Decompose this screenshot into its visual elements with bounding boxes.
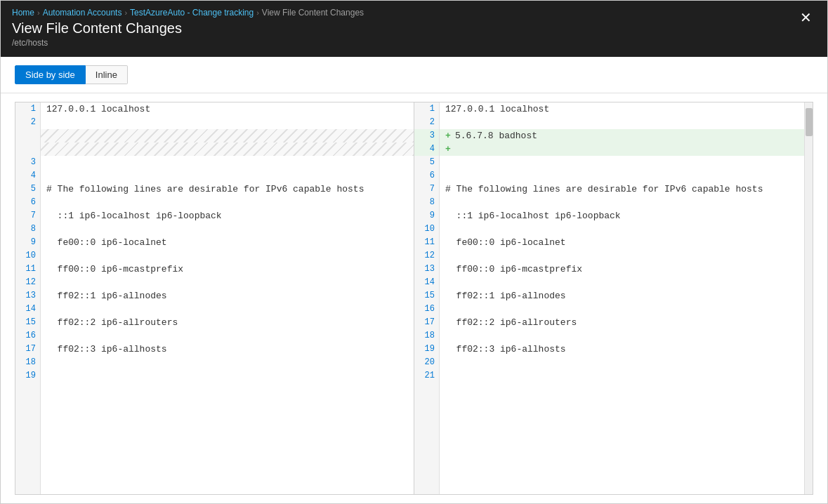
line-number: 17 xyxy=(15,343,40,356)
diff-line xyxy=(41,196,414,209)
line-number: 9 xyxy=(15,236,40,249)
line-number: 5 xyxy=(15,183,40,196)
diff-line: +5.6.7.8 badhost xyxy=(440,129,804,142)
diff-line xyxy=(41,249,414,263)
close-button[interactable]: ✕ xyxy=(796,9,816,26)
line-number: 17 xyxy=(414,316,439,329)
line-number: 1 xyxy=(414,102,439,116)
diff-line: ff02::3 ip6-allhosts xyxy=(41,343,414,356)
diff-line: # The following lines are desirable for … xyxy=(41,183,414,196)
toolbar: Side by side Inline xyxy=(1,57,827,93)
line-number: 2 xyxy=(15,116,40,129)
tab-inline[interactable]: Inline xyxy=(86,65,128,84)
diff-line xyxy=(41,156,414,169)
line-number: 14 xyxy=(414,276,439,289)
line-number: 8 xyxy=(414,196,439,209)
diff-line: ::1 ip6-localhost ip6-loopback xyxy=(440,209,804,223)
line-number: 14 xyxy=(15,303,40,316)
diff-line xyxy=(440,223,804,236)
line-number: 10 xyxy=(15,249,40,263)
diff-line xyxy=(41,276,414,289)
diff-line xyxy=(440,196,804,209)
line-number: 2 xyxy=(414,116,439,129)
diff-line xyxy=(440,329,804,343)
diff-line xyxy=(41,356,414,369)
diff-line: + xyxy=(440,142,804,156)
line-number: 6 xyxy=(414,169,439,183)
diff-line xyxy=(440,369,804,383)
scrollbar-thumb[interactable] xyxy=(806,108,813,136)
line-number: 4 xyxy=(414,142,439,156)
diff-line xyxy=(440,303,804,316)
line-number: 19 xyxy=(15,369,40,383)
diff-line xyxy=(41,129,414,142)
line-number: 9 xyxy=(414,209,439,223)
diff-line: 127.0.0.1 localhost xyxy=(440,102,804,116)
line-number: 15 xyxy=(414,289,439,303)
breadcrumb-sep-1: › xyxy=(37,8,40,17)
diff-line xyxy=(440,116,804,129)
diff-line: ff02::2 ip6-allrouters xyxy=(440,316,804,329)
line-number: 15 xyxy=(15,316,40,329)
line-number: 13 xyxy=(15,289,40,303)
breadcrumb: Home › Automation Accounts › TestAzureAu… xyxy=(12,1,816,20)
line-number: 18 xyxy=(414,329,439,343)
line-number: 7 xyxy=(414,183,439,196)
line-number: 20 xyxy=(414,356,439,369)
diff-line: 127.0.0.1 localhost xyxy=(41,102,414,116)
right-content-area: 127.0.0.1 localhost +5.6.7.8 badhost+ # … xyxy=(440,102,804,494)
diff-line xyxy=(440,249,804,263)
line-number: 12 xyxy=(15,276,40,289)
diff-container: 12 345678910111213141516171819 127.0.0.1… xyxy=(1,93,827,503)
line-number: 11 xyxy=(15,263,40,276)
diff-line xyxy=(41,369,414,383)
diff-line: ff02::1 ip6-allnodes xyxy=(41,289,414,303)
line-number: 16 xyxy=(15,329,40,343)
diff-line: ::1 ip6-localhost ip6-loopback xyxy=(41,209,414,223)
diff-line xyxy=(440,356,804,369)
line-number xyxy=(15,142,40,156)
line-number: 8 xyxy=(15,223,40,236)
modal-overlay: Home › Automation Accounts › TestAzureAu… xyxy=(0,0,828,504)
diff-line xyxy=(41,223,414,236)
diff-pane-right: 123456789101112131415161718192021 127.0.… xyxy=(414,102,813,495)
diff-line xyxy=(41,142,414,156)
breadcrumb-current: View File Content Changes xyxy=(262,8,364,18)
diff-line: fe00::0 ip6-localnet xyxy=(41,236,414,249)
diff-line xyxy=(41,303,414,316)
page-title: View File Content Changes xyxy=(12,20,816,37)
line-number: 7 xyxy=(15,209,40,223)
line-number: 5 xyxy=(414,156,439,169)
line-number: 21 xyxy=(414,369,439,383)
breadcrumb-automation-accounts[interactable]: Automation Accounts xyxy=(43,8,122,18)
diff-line: ff02::3 ip6-allhosts xyxy=(440,343,804,356)
page-subtitle: /etc/hosts xyxy=(12,38,816,48)
line-number: 19 xyxy=(414,343,439,356)
line-number: 10 xyxy=(414,223,439,236)
diff-line: # The following lines are desirable for … xyxy=(440,183,804,196)
modal-header: Home › Automation Accounts › TestAzureAu… xyxy=(1,1,827,57)
line-number: 3 xyxy=(15,156,40,169)
diff-line: fe00::0 ip6-localnet xyxy=(440,236,804,249)
scrollbar[interactable] xyxy=(804,102,813,494)
diff-line xyxy=(440,276,804,289)
line-number: 16 xyxy=(414,303,439,316)
tab-side-by-side[interactable]: Side by side xyxy=(15,65,86,84)
breadcrumb-sep-3: › xyxy=(256,8,259,17)
diff-pane-left: 12 345678910111213141516171819 127.0.0.1… xyxy=(15,102,414,495)
breadcrumb-home[interactable]: Home xyxy=(12,8,34,18)
breadcrumb-change-tracking[interactable]: TestAzureAuto - Change tracking xyxy=(130,8,254,18)
diff-line xyxy=(41,116,414,129)
diff-line xyxy=(41,169,414,183)
right-line-numbers: 123456789101112131415161718192021 xyxy=(414,102,440,494)
breadcrumb-sep-2: › xyxy=(124,8,127,17)
line-number: 18 xyxy=(15,356,40,369)
diff-line xyxy=(440,156,804,169)
line-number: 4 xyxy=(15,169,40,183)
line-number xyxy=(15,129,40,142)
diff-line: ff00::0 ip6-mcastprefix xyxy=(41,263,414,276)
line-number: 3 xyxy=(414,129,439,142)
line-prefix-added: + xyxy=(445,142,455,156)
diff-line: ff02::1 ip6-allnodes xyxy=(440,289,804,303)
left-line-numbers: 12 345678910111213141516171819 xyxy=(15,102,41,494)
